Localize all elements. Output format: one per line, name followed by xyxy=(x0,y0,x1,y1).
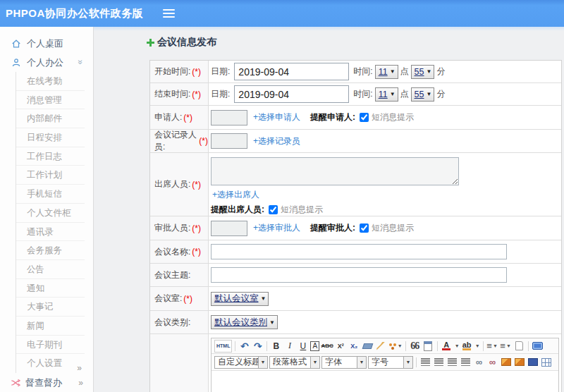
insert-link-icon[interactable]: ∞ xyxy=(473,356,485,369)
format-painter-icon[interactable]: ▼ xyxy=(388,340,403,353)
meeting-category-select[interactable]: 默认会议类别▼ xyxy=(211,315,278,329)
sidebar-item-announcement[interactable]: 公告 xyxy=(16,260,85,279)
paste-icon[interactable] xyxy=(422,340,434,353)
approver-input[interactable] xyxy=(211,221,247,236)
caret-down-icon: ▼ xyxy=(403,357,412,368)
attendees-sms-checkbox[interactable] xyxy=(269,205,278,214)
caret-down-icon: ▼ xyxy=(390,91,396,97)
sidebar-item-office[interactable]: 个人办公 » xyxy=(0,53,93,72)
start-minute-select[interactable]: 55▼ xyxy=(411,65,435,79)
remove-link-icon[interactable]: ∞ xyxy=(486,356,498,369)
html-source-button[interactable]: HTML xyxy=(214,340,232,353)
insert-table-icon[interactable] xyxy=(540,356,552,369)
start-time-label: 开始时间: xyxy=(154,66,190,78)
sidebar-item-notice[interactable]: 通知 xyxy=(16,279,85,298)
recorder-input[interactable] xyxy=(211,133,247,149)
sidebar-item-meeting-service[interactable]: 会务服务 xyxy=(16,241,85,260)
remove-format-icon[interactable] xyxy=(362,340,374,353)
insert-media-icon[interactable] xyxy=(527,356,539,369)
form-row-editor: HTML ↶ ↷ B I U A ABC X² X₂ xyxy=(150,334,561,392)
custom-heading-dropdown[interactable]: 自定义标题▼ xyxy=(214,356,268,369)
char-border-icon[interactable]: A xyxy=(310,341,319,351)
form-row-meeting-subject: 会议主题: xyxy=(150,264,561,287)
choose-attendees-link[interactable]: +选择出席人 xyxy=(212,189,259,201)
applicant-sms-checkbox[interactable] xyxy=(360,113,369,122)
font-color-icon[interactable]: A xyxy=(441,340,453,353)
sms-label: 短消息提示 xyxy=(372,222,414,234)
choose-recorder-link[interactable]: +选择记录员 xyxy=(253,135,300,147)
sidebar-item-work-log[interactable]: 工作日志 xyxy=(16,147,85,166)
attendees-textarea[interactable] xyxy=(211,157,459,185)
font-family-dropdown[interactable]: 字体▼ xyxy=(321,356,367,369)
redo-icon[interactable]: ↷ xyxy=(252,340,264,353)
font-size-dropdown[interactable]: 字号▼ xyxy=(368,356,413,369)
superscript-icon[interactable]: X² xyxy=(335,340,347,353)
ordered-list-icon[interactable]: ≡▼ xyxy=(486,340,498,353)
choose-approver-link[interactable]: +选择审批人 xyxy=(253,222,300,234)
caret-down-icon: ▼ xyxy=(310,357,319,368)
applicant-input[interactable] xyxy=(211,110,247,125)
highlight-color-icon[interactable]: ab xyxy=(461,340,473,353)
start-date-input[interactable] xyxy=(234,63,349,80)
person-icon xyxy=(11,58,21,68)
align-left-icon[interactable] xyxy=(419,356,431,369)
sidebar-item-events[interactable]: 大事记 xyxy=(16,298,85,317)
strikethrough-icon[interactable]: ABC xyxy=(321,340,333,353)
app-title: PHPOA协同办公软件政务版 xyxy=(6,7,143,20)
sidebar-item-desktop[interactable]: 个人桌面 xyxy=(0,34,93,53)
form-row-attendees: 出席人员:(*) +选择出席人 提醒出席人员: 短消息提示 xyxy=(150,153,561,216)
new-page-icon[interactable] xyxy=(513,340,525,353)
align-justify-icon[interactable] xyxy=(460,356,472,369)
unordered-list-icon[interactable]: ≡▼ xyxy=(500,340,512,353)
approver-sms-checkbox[interactable] xyxy=(360,223,369,233)
bold-icon[interactable]: B xyxy=(270,340,282,353)
sidebar: 个人桌面 个人办公 » 在线考勤 消息管理 内部邮件 日程安排 工作日志 工作计… xyxy=(0,27,94,392)
sidebar-item-supervision[interactable]: 督查督办 » xyxy=(0,373,93,392)
sidebar-item-work-plan[interactable]: 工作计划 xyxy=(16,166,85,185)
blockquote-icon[interactable]: 66 xyxy=(409,340,421,353)
date-label: 日期: xyxy=(211,66,230,78)
time-label: 时间: xyxy=(353,88,372,100)
attendees-label: 出席人员: xyxy=(154,178,190,190)
editor-content-area[interactable] xyxy=(212,371,558,392)
choose-applicant-link[interactable]: +选择申请人 xyxy=(253,111,300,123)
form-row-end-time: 结束时间:(*) 日期: 时间: 11▼ 点 55▼ 分 xyxy=(150,83,561,106)
align-right-icon[interactable] xyxy=(446,356,458,369)
form-row-meeting-category: 会议类别: 默认会议类别▼ xyxy=(150,311,561,334)
menu-toggle-icon[interactable] xyxy=(163,9,175,18)
fullscreen-icon[interactable] xyxy=(532,340,544,353)
italic-icon[interactable]: I xyxy=(283,340,295,353)
sidebar-item-contacts[interactable]: 通讯录 xyxy=(16,223,85,242)
image-manager-icon[interactable] xyxy=(513,356,525,369)
required-mark: (*) xyxy=(192,247,201,257)
caret-down-icon: ▼ xyxy=(390,68,396,75)
sidebar-item-messages[interactable]: 消息管理 xyxy=(16,91,85,110)
align-center-icon[interactable] xyxy=(433,356,445,369)
meeting-room-select[interactable]: 默认会议室▼ xyxy=(211,292,269,306)
start-hour-select[interactable]: 11▼ xyxy=(375,65,398,79)
sidebar-item-news[interactable]: 新闻 xyxy=(16,317,85,336)
form-row-meeting-name: 会议名称:(*) xyxy=(150,240,561,264)
insert-image-icon[interactable] xyxy=(500,356,512,369)
remind-applicant-label: 提醒申请人: xyxy=(310,111,355,123)
form-row-approver: 审批人员:(*) +选择审批人 提醒审批人: 短消息提示 xyxy=(150,216,561,240)
end-hour-select[interactable]: 11▼ xyxy=(375,87,398,102)
meeting-subject-input[interactable] xyxy=(211,267,507,283)
end-date-input[interactable] xyxy=(234,85,349,103)
end-minute-select[interactable]: 55▼ xyxy=(411,87,435,102)
shuffle-icon xyxy=(11,378,20,388)
rich-text-editor: HTML ↶ ↷ B I U A ABC X² X₂ xyxy=(211,338,559,392)
sidebar-item-personal-settings[interactable]: 个人设置 » xyxy=(16,354,85,373)
sidebar-item-schedule[interactable]: 日程安排 xyxy=(16,128,85,147)
clear-format-icon[interactable] xyxy=(375,340,387,353)
sidebar-item-sms[interactable]: 手机短信 xyxy=(16,185,85,204)
paragraph-format-dropdown[interactable]: 段落格式▼ xyxy=(269,356,320,369)
sidebar-item-file-cabinet[interactable]: 个人文件柜 xyxy=(16,204,85,223)
meeting-name-input[interactable] xyxy=(211,244,507,259)
undo-icon[interactable]: ↶ xyxy=(238,340,250,353)
sidebar-item-attendance[interactable]: 在线考勤 xyxy=(16,72,85,91)
underline-icon[interactable]: U xyxy=(297,340,309,353)
subscript-icon[interactable]: X₂ xyxy=(348,340,360,353)
sidebar-item-internal-mail[interactable]: 内部邮件 xyxy=(16,109,85,128)
sidebar-item-e-journal[interactable]: 电子期刊 xyxy=(16,336,85,355)
